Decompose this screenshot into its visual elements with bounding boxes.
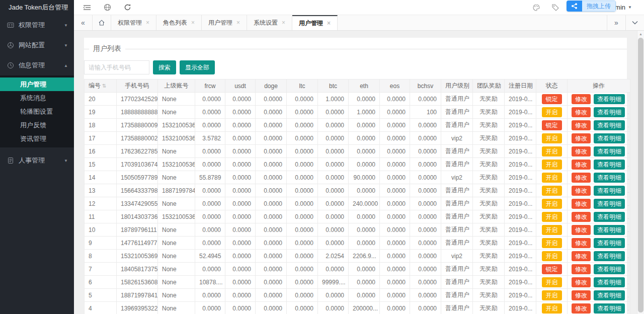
more-actions[interactable]: ...	[627, 292, 630, 298]
tab-role-list[interactable]: 角色列表 ×	[156, 15, 202, 30]
close-icon[interactable]: ×	[282, 19, 285, 26]
phone-search-input[interactable]	[84, 60, 149, 74]
more-actions[interactable]: ...	[627, 162, 630, 168]
view-detail-button[interactable]: 查看明细	[594, 186, 625, 196]
close-icon[interactable]: ×	[236, 19, 240, 26]
tabs-scroll-right-button[interactable]: »	[607, 15, 625, 30]
close-icon[interactable]: ×	[327, 20, 331, 27]
modify-button[interactable]: 修改	[572, 160, 591, 170]
modify-button[interactable]: 修改	[572, 251, 591, 261]
view-detail-button[interactable]: 查看明细	[594, 173, 625, 183]
status-toggle-button[interactable]: 开启	[542, 107, 562, 117]
more-actions[interactable]: ...	[627, 122, 630, 128]
view-detail-button[interactable]: 查看明细	[594, 290, 625, 300]
status-toggle-button[interactable]: 锁定	[542, 120, 562, 130]
status-toggle-button[interactable]: 开启	[542, 212, 562, 222]
view-detail-button[interactable]: 查看明细	[594, 199, 625, 209]
modify-button[interactable]: 修改	[572, 173, 591, 183]
tabs-scroll-left-button[interactable]: «	[74, 15, 93, 30]
view-detail-button[interactable]: 查看明细	[594, 160, 625, 170]
view-detail-button[interactable]: 查看明细	[594, 120, 625, 130]
more-actions[interactable]: ...	[627, 148, 630, 154]
view-detail-button[interactable]: 查看明细	[594, 251, 625, 261]
sidebar-item-carousel-settings[interactable]: 轮播图设置	[0, 105, 74, 118]
status-toggle-button[interactable]: 开启	[542, 133, 562, 143]
show-all-button[interactable]: 显示全部	[180, 60, 215, 74]
view-detail-button[interactable]: 查看明细	[594, 264, 625, 274]
status-toggle-button[interactable]: 开启	[542, 199, 562, 209]
sidebar-item-system-messages[interactable]: 系统消息	[0, 91, 74, 105]
view-detail-button[interactable]: 查看明细	[594, 225, 625, 235]
status-toggle-button[interactable]: 开启	[542, 146, 562, 156]
modify-button[interactable]: 修改	[572, 290, 591, 300]
tab-permissions[interactable]: 权限管理 ×	[111, 15, 156, 30]
status-toggle-button[interactable]: 开启	[542, 186, 562, 196]
more-actions[interactable]: ...	[627, 201, 630, 207]
view-detail-button[interactable]: 查看明细	[594, 277, 625, 287]
modify-button[interactable]: 修改	[572, 303, 591, 313]
search-button[interactable]: 搜索	[153, 60, 176, 74]
status-toggle-button[interactable]: 开启	[542, 277, 562, 287]
status-toggle-button[interactable]: 开启	[542, 173, 562, 183]
vertical-scrollbar[interactable]: ▲	[637, 31, 644, 314]
more-actions[interactable]: ...	[627, 305, 630, 311]
tab-system-settings[interactable]: 系统设置 ×	[247, 15, 292, 30]
sidebar-item-site-config[interactable]: 网站配置 ▼	[0, 35, 74, 55]
sidebar-item-user-mgmt[interactable]: 用户管理	[0, 77, 74, 91]
tabs-menu-button[interactable]	[625, 15, 644, 30]
refresh-icon[interactable]	[123, 4, 131, 12]
more-actions[interactable]: ...	[627, 214, 630, 220]
modify-button[interactable]: 修改	[572, 199, 591, 209]
scrollbar-up-arrow[interactable]: ▲	[637, 31, 644, 37]
scrollbar-thumb[interactable]	[638, 38, 643, 312]
modify-button[interactable]: 修改	[572, 225, 591, 235]
view-detail-button[interactable]: 查看明细	[594, 133, 625, 143]
modify-button[interactable]: 修改	[572, 133, 591, 143]
more-actions[interactable]: ...	[627, 266, 630, 272]
modify-button[interactable]: 修改	[572, 264, 591, 274]
modify-button[interactable]: 修改	[572, 186, 591, 196]
more-actions[interactable]: ...	[627, 240, 630, 246]
view-detail-button[interactable]: 查看明细	[594, 212, 625, 222]
status-toggle-button[interactable]: 开启	[542, 251, 562, 261]
more-actions[interactable]: ...	[627, 96, 630, 102]
more-actions[interactable]: ...	[627, 188, 630, 194]
view-detail-button[interactable]: 查看明细	[594, 146, 625, 156]
menu-fold-icon[interactable]	[83, 4, 91, 12]
sidebar-item-news-mgmt[interactable]: 资讯管理	[0, 132, 74, 145]
status-toggle-button[interactable]: 锁定	[542, 264, 562, 274]
view-detail-button[interactable]: 查看明细	[594, 107, 625, 117]
status-toggle-button[interactable]: 开启	[542, 160, 562, 170]
palette-icon[interactable]	[532, 4, 540, 12]
status-toggle-button[interactable]: 开启	[542, 225, 562, 235]
sort-icon[interactable]: ⇅	[102, 83, 106, 89]
sidebar-item-hr-mgmt[interactable]: 人事管理 ▼	[0, 150, 74, 171]
sidebar-item-user-feedback[interactable]: 用户反馈	[0, 118, 74, 132]
modify-button[interactable]: 修改	[572, 94, 591, 104]
close-icon[interactable]: ×	[191, 19, 195, 26]
drag-upload-overlay[interactable]: 拖拽上传	[567, 1, 616, 12]
tag-icon[interactable]	[551, 4, 559, 12]
status-toggle-button[interactable]: 锁定	[542, 94, 562, 104]
globe-icon[interactable]	[103, 4, 111, 12]
status-toggle-button[interactable]: 开启	[542, 290, 562, 300]
tab-user-mgmt-active[interactable]: 用户管理 ×	[292, 15, 338, 30]
view-detail-button[interactable]: 查看明细	[594, 238, 625, 248]
sidebar-item-permissions[interactable]: 权限管理 ▼	[0, 15, 74, 35]
view-detail-button[interactable]: 查看明细	[594, 94, 625, 104]
more-actions[interactable]: ...	[627, 135, 630, 141]
status-toggle-button[interactable]: 开启	[542, 238, 562, 248]
view-detail-button[interactable]: 查看明细	[594, 303, 625, 313]
status-toggle-button[interactable]: 开启	[542, 303, 562, 313]
modify-button[interactable]: 修改	[572, 120, 591, 130]
more-actions[interactable]: ...	[627, 109, 630, 115]
modify-button[interactable]: 修改	[572, 277, 591, 287]
more-actions[interactable]: ...	[627, 279, 630, 285]
modify-button[interactable]: 修改	[572, 146, 591, 156]
more-actions[interactable]: ...	[627, 227, 630, 233]
more-actions[interactable]: ...	[627, 253, 630, 259]
modify-button[interactable]: 修改	[572, 238, 591, 248]
modify-button[interactable]: 修改	[572, 107, 591, 117]
modify-button[interactable]: 修改	[572, 212, 591, 222]
more-actions[interactable]: ...	[627, 175, 630, 181]
